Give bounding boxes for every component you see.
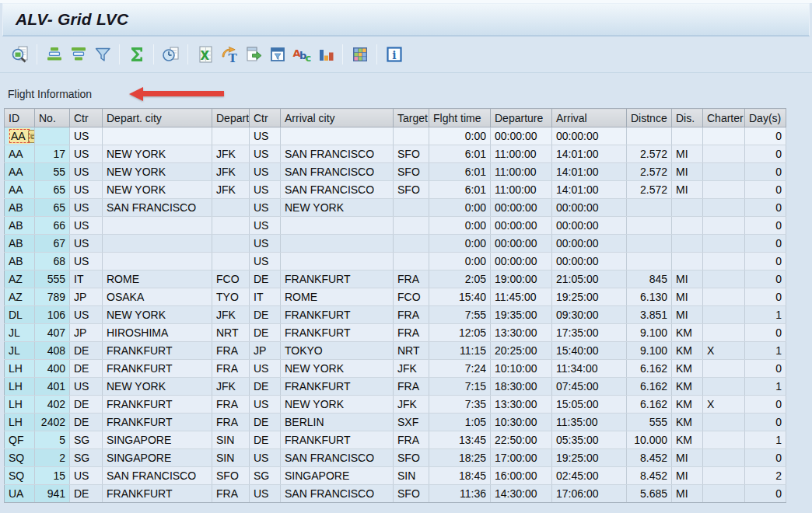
grid-cell[interactable]: NEW YORK xyxy=(103,181,212,199)
grid-cell[interactable] xyxy=(703,378,745,396)
grid-cell[interactable]: IT xyxy=(70,270,103,288)
grid-cell[interactable]: 6.162 xyxy=(627,378,672,396)
grid-cell[interactable] xyxy=(394,127,429,145)
print-preview-icon[interactable] xyxy=(160,44,181,65)
grid-cell[interactable]: DE xyxy=(70,396,103,414)
grid-cell[interactable]: 0:00 xyxy=(429,253,491,270)
grid-cell[interactable]: SFO xyxy=(212,467,250,485)
grid-cell[interactable]: 07:45:00 xyxy=(552,378,627,396)
grid-cell[interactable]: 6.162 xyxy=(627,396,672,414)
grid-cell[interactable]: 19:00:00 xyxy=(491,270,552,288)
grid-cell[interactable]: AA xyxy=(5,163,35,181)
grid-cell[interactable]: NEW YORK xyxy=(103,145,212,163)
grid-cell[interactable]: QF xyxy=(5,431,35,449)
grid-cell[interactable]: 8.452 xyxy=(627,467,672,485)
grid-cell[interactable] xyxy=(212,217,250,235)
sort-ascending-icon[interactable] xyxy=(44,44,65,65)
grid-cell[interactable]: 0 xyxy=(745,414,786,431)
grid-cell[interactable] xyxy=(672,235,703,253)
grid-cell[interactable]: 0 xyxy=(745,199,786,217)
grid-cell[interactable] xyxy=(627,199,672,217)
grid-cell[interactable]: FRA xyxy=(394,378,429,396)
grid-cell[interactable] xyxy=(703,431,745,449)
grid-cell[interactable]: 17:06:00 xyxy=(552,485,627,503)
grid-cell[interactable]: SFO xyxy=(394,145,429,163)
grid-cell[interactable]: KM xyxy=(672,431,703,449)
grid-cell[interactable]: SINGAPORE xyxy=(281,467,394,485)
grid-cell[interactable]: 2.572 xyxy=(627,181,672,199)
grid-cell[interactable]: US xyxy=(250,163,281,181)
grid-cell[interactable]: MI xyxy=(672,467,703,485)
grid-cell[interactable] xyxy=(103,127,212,145)
local-file-icon[interactable] xyxy=(243,44,264,65)
grid-cell[interactable] xyxy=(281,127,394,145)
graphic-icon[interactable] xyxy=(315,44,336,65)
grid-cell[interactable] xyxy=(672,253,703,270)
grid-cell[interactable]: 14:01:00 xyxy=(552,145,627,163)
grid-cell[interactable]: 0 xyxy=(745,324,786,342)
grid-cell[interactable]: DE xyxy=(250,414,281,431)
grid-cell[interactable]: SAN FRANCISCO xyxy=(281,485,394,503)
grid-cell[interactable]: US xyxy=(250,253,281,270)
grid-cell[interactable]: 15 xyxy=(35,467,70,485)
grid-cell[interactable]: 0 xyxy=(745,360,786,378)
grid-cell[interactable]: UA xyxy=(5,485,35,503)
grid-cell[interactable]: MI xyxy=(672,163,703,181)
grid-cell[interactable]: 21:05:00 xyxy=(552,270,627,288)
grid-cell[interactable]: SIN xyxy=(212,431,250,449)
grid-cell[interactable]: MI xyxy=(672,270,703,288)
grid-cell[interactable]: 408 xyxy=(35,342,70,360)
grid-cell[interactable]: 1 xyxy=(745,306,786,324)
grid-cell[interactable]: US xyxy=(70,217,103,235)
grid-cell[interactable]: SAN FRANCISCO xyxy=(281,163,394,181)
grid-cell[interactable]: 0:00 xyxy=(429,217,491,235)
grid-cell[interactable]: 16:00:00 xyxy=(491,467,552,485)
possible-entries-icon[interactable]: ⧉ xyxy=(28,130,35,143)
grid-cell[interactable]: 68 xyxy=(35,253,70,270)
column-header-target[interactable]: Target xyxy=(394,109,429,127)
grid-cell[interactable]: 1 xyxy=(745,431,786,449)
grid-cell[interactable]: AB xyxy=(5,199,35,217)
grid-cell[interactable]: US xyxy=(70,199,103,217)
grid-cell[interactable]: FRANKFURT xyxy=(281,306,394,324)
grid-cell[interactable]: 11:00:00 xyxy=(491,145,552,163)
grid-cell[interactable]: 5.685 xyxy=(627,485,672,503)
grid-cell[interactable]: DE xyxy=(250,378,281,396)
grid-cell[interactable]: FRANKFURT xyxy=(103,485,212,503)
grid-cell[interactable]: 65 xyxy=(35,181,70,199)
column-header-no[interactable]: No. xyxy=(35,109,70,127)
grid-cell[interactable]: 11:00:00 xyxy=(491,181,552,199)
grid-cell[interactable]: 106 xyxy=(35,306,70,324)
grid-cell[interactable]: JP xyxy=(70,324,103,342)
grid-cell[interactable]: 00:00:00 xyxy=(552,235,627,253)
grid-cell[interactable]: MI xyxy=(672,181,703,199)
grid-cell[interactable]: SINGAPORE xyxy=(103,431,212,449)
grid-cell[interactable]: FRA xyxy=(212,414,250,431)
grid-cell[interactable]: 7:35 xyxy=(429,396,491,414)
grid-cell[interactable]: SAN FRANCISCO xyxy=(103,467,212,485)
grid-cell[interactable] xyxy=(212,253,250,270)
grid-cell[interactable]: US xyxy=(250,217,281,235)
grid-cell[interactable]: 0 xyxy=(745,127,786,145)
grid-cell[interactable] xyxy=(703,235,745,253)
grid-cell[interactable]: 0:00 xyxy=(429,199,491,217)
grid-cell[interactable]: 67 xyxy=(35,235,70,253)
grid-cell[interactable]: 18:25 xyxy=(429,449,491,467)
grid-cell[interactable]: DE xyxy=(70,360,103,378)
grid-cell[interactable]: SAN FRANCISCO xyxy=(103,199,212,217)
grid-cell[interactable] xyxy=(703,270,745,288)
grid-cell[interactable]: 19:25:00 xyxy=(552,288,627,306)
grid-cell[interactable]: AA xyxy=(5,181,35,199)
grid-cell[interactable] xyxy=(212,235,250,253)
grid-cell[interactable]: US xyxy=(70,181,103,199)
grid-cell[interactable] xyxy=(103,217,212,235)
grid-cell[interactable]: FRANKFURT xyxy=(103,414,212,431)
grid-cell[interactable]: SAN FRANCISCO xyxy=(281,145,394,163)
grid-cell[interactable] xyxy=(672,127,703,145)
grid-cell[interactable]: 9.100 xyxy=(627,342,672,360)
grid-cell[interactable]: 00:00:00 xyxy=(491,253,552,270)
column-header-ctr[interactable]: Ctr xyxy=(70,109,103,127)
grid-cell[interactable]: 55 xyxy=(35,163,70,181)
grid-cell[interactable]: KM xyxy=(672,396,703,414)
grid-cell[interactable]: 15:05:00 xyxy=(552,396,627,414)
